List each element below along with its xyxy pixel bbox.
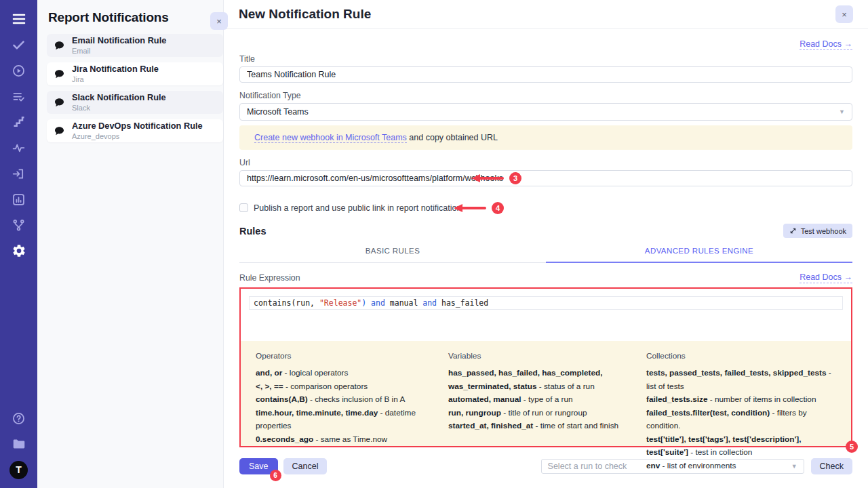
sidebar-item-settings[interactable] — [0, 238, 37, 264]
url-field-label: Url — [239, 158, 852, 167]
help-entry: has_passed, has_failed, has_completed, w… — [448, 367, 637, 393]
help-entry: failed_tests.filter(test, condition) - f… — [646, 407, 836, 433]
run-select-placeholder: Select a run to check — [548, 462, 627, 471]
list-check-icon — [12, 89, 26, 104]
tab-advanced-rules-engine[interactable]: ADVANCED RULES ENGINE — [546, 242, 852, 263]
sidebar-item-workflows[interactable] — [0, 212, 37, 238]
rule-title: Jira Notification Rule — [72, 64, 159, 74]
panel-close-button[interactable]: × — [210, 12, 228, 30]
code-token: contains(run, — [254, 298, 319, 308]
arrow-shaft — [461, 207, 486, 209]
annotation-number-4: 4 — [492, 202, 504, 214]
annotation-arrow-4: 4 — [454, 202, 504, 214]
list-item-slack-rule[interactable]: Slack Notification Rule Slack — [47, 91, 223, 114]
menu-button[interactable] — [0, 6, 37, 32]
code-token-keyword: and — [422, 298, 437, 308]
activity-icon — [12, 141, 26, 155]
list-item-email-rule[interactable]: Email Notification Rule Email — [47, 34, 223, 57]
sidebar-item-plans[interactable] — [0, 83, 37, 109]
list-item-jira-rule[interactable]: Jira Notification Rule Jira — [47, 62, 223, 85]
title-field-label: Title — [239, 54, 852, 64]
webhook-info-text: and copy obtained URL — [407, 133, 498, 142]
menu-icon — [11, 11, 27, 27]
panel-title: Report Notifications — [48, 10, 214, 25]
speech-bubble-icon — [54, 40, 65, 52]
settings-gear-icon — [12, 243, 26, 258]
rule-subtitle: Jira — [72, 75, 159, 83]
report-notifications-panel: × Report Notifications Email Notificatio… — [37, 0, 224, 488]
branch-icon — [12, 218, 26, 232]
help-column-title: Operators — [256, 351, 439, 361]
annotation-number-5: 5 — [846, 441, 858, 453]
bar-chart-icon — [12, 192, 26, 207]
notification-rule-list: Email Notification Rule Email Jira Notif… — [37, 34, 223, 142]
rule-subtitle: Email — [72, 47, 166, 55]
help-entry: 0.seconds_ago - same as Time.now — [256, 433, 439, 447]
publish-report-checkbox[interactable] — [239, 203, 248, 212]
sidebar-item-runs[interactable] — [0, 58, 37, 83]
notification-type-select[interactable]: Microsoft Teams ▼ — [239, 103, 852, 121]
cancel-button[interactable]: Cancel — [283, 458, 328, 474]
publish-report-label: Publish a report and use public link in … — [254, 203, 461, 213]
rule-title: Azure DevOps Notification Rule — [72, 121, 203, 131]
tab-basic-rules[interactable]: BASIC RULES — [239, 242, 546, 262]
webhook-info-banner: Create new webhook in Microsoft Teams an… — [239, 125, 852, 150]
rule-title: Slack Notification Rule — [72, 93, 166, 102]
account-avatar[interactable]: T — [0, 457, 37, 483]
notification-type-value: Microsoft Teams — [247, 107, 309, 117]
code-token-string: "Release" — [319, 298, 361, 308]
import-icon — [12, 167, 26, 181]
help-column-title: Collections — [646, 351, 836, 361]
code-token-keyword: ) and — [361, 298, 385, 308]
save-button[interactable]: Save 6 — [239, 458, 278, 474]
sidebar-item-milestones[interactable] — [0, 109, 37, 135]
projects-button[interactable] — [0, 431, 37, 457]
help-icon — [12, 411, 26, 426]
steps-icon — [12, 115, 26, 129]
speech-bubble-icon — [54, 125, 65, 137]
new-notification-rule-dialog: New Notification Rule × Read Docs → Titl… — [224, 0, 868, 488]
dialog-close-button[interactable]: × — [835, 5, 853, 23]
rules-heading: Rules — [239, 226, 267, 237]
code-token: manual — [385, 298, 422, 308]
speech-bubble-icon — [54, 68, 65, 80]
rules-read-docs-link[interactable]: Read Docs → — [800, 272, 852, 283]
sidebar-item-insights[interactable] — [0, 135, 37, 161]
help-entry: automated, manual - type of a run — [448, 393, 637, 407]
list-item-azure-devops-rule[interactable]: Azure DevOps Notification Rule Azure_dev… — [47, 119, 223, 142]
swap-arrows-icon — [789, 227, 797, 235]
read-docs-link[interactable]: Read Docs → — [800, 39, 852, 50]
test-webhook-label: Test webhook — [801, 227, 846, 235]
help-entry: test['title'], test['tags'], test['descr… — [646, 433, 836, 460]
sidebar-item-reports[interactable] — [0, 186, 37, 212]
sidebar-item-imports[interactable] — [0, 161, 37, 186]
help-entry: env - list of environments — [646, 460, 836, 473]
avatar-letter: T — [9, 461, 28, 479]
expression-help-panel: Operators and, or - logical operators <,… — [241, 341, 851, 446]
help-entry: tests, passed_tests, failed_tests, skipp… — [646, 367, 836, 393]
rule-expression-editor[interactable]: contains(run, "Release") and manual and … — [241, 289, 851, 341]
sidebar-item-tests[interactable] — [0, 32, 37, 58]
help-entry: and, or - logical operators — [256, 367, 439, 380]
help-button[interactable] — [0, 405, 37, 431]
annotation-arrow-3: 3 — [471, 172, 521, 184]
rule-expression-row: Rule Expression Read Docs → — [239, 272, 852, 283]
rule-expression-label: Rule Expression — [239, 273, 300, 283]
rail-bottom-group: T — [0, 405, 37, 488]
notification-type-label: Notification Type — [239, 91, 852, 100]
chevron-down-icon: ▼ — [839, 108, 845, 115]
panel-header: Report Notifications — [37, 0, 223, 34]
create-webhook-link[interactable]: Create new webhook in Microsoft Teams — [254, 133, 407, 143]
annotation-number-6: 6 — [270, 470, 281, 481]
rule-title: Email Notification Rule — [72, 36, 166, 45]
test-webhook-button[interactable]: Test webhook — [783, 224, 852, 238]
icon-rail: T — [0, 0, 37, 488]
url-input[interactable] — [239, 170, 852, 186]
help-column-variables: Variables has_passed, has_failed, has_co… — [448, 351, 637, 446]
help-entry: run, rungroup - title of run or rungroup — [448, 407, 637, 420]
rule-expression-code[interactable]: contains(run, "Release") and manual and … — [249, 296, 843, 310]
title-input[interactable] — [239, 66, 852, 83]
rule-subtitle: Azure_devops — [72, 132, 203, 140]
rule-subtitle: Slack — [72, 104, 166, 112]
help-entry: contains(A,B) - checks inclusion of B in… — [256, 393, 439, 407]
